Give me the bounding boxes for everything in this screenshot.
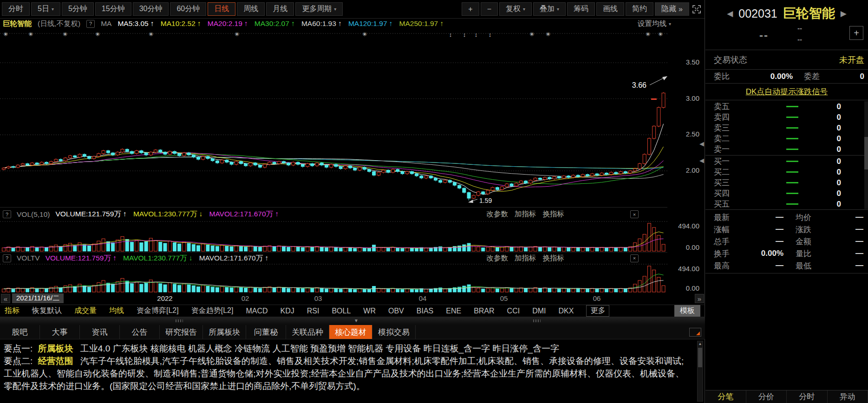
order-price-placeholder — [786, 203, 798, 205]
prev-stock-icon[interactable]: ◀ — [727, 9, 733, 19]
panel-control-换指标[interactable]: 换指标 — [543, 209, 565, 219]
period-button[interactable]: 5分钟 — [62, 2, 94, 16]
scroll-left-button[interactable]: « — [1, 294, 10, 303]
voltv-axis: 494.00 0.00 — [667, 264, 705, 293]
tool-button[interactable]: 隐藏» — [655, 2, 689, 16]
period-button[interactable]: 分时 — [2, 2, 30, 16]
scrollbar-thumb[interactable] — [864, 137, 868, 169]
tab-资讯[interactable]: 资讯 — [80, 325, 120, 339]
tool-label: 简约 — [632, 4, 647, 14]
period-button[interactable]: 30分钟 — [133, 2, 169, 16]
tool-button[interactable]: + — [462, 2, 479, 16]
tab-公告[interactable]: 公告 — [120, 325, 160, 339]
indicator-item[interactable]: 资金趋势[L2] — [191, 306, 234, 316]
indicator-item[interactable]: OBV — [388, 307, 404, 315]
period-button[interactable]: 周线 — [237, 2, 265, 16]
tab-大事[interactable]: 大事 — [40, 325, 80, 339]
content-scrollbar[interactable]: ▲ — [697, 341, 703, 402]
indicator-item[interactable]: ENE — [446, 307, 461, 315]
indicator-item[interactable]: DMI — [532, 307, 546, 315]
tab-关联品种[interactable]: 关联品种 — [286, 325, 329, 339]
scroll-right-button[interactable]: » — [695, 294, 704, 303]
period-label: 日线 — [214, 4, 229, 14]
indicator-item[interactable]: 资金博弈[L2] — [137, 306, 179, 316]
scroll-up-icon[interactable]: ▲ — [698, 342, 703, 346]
indicator-item[interactable]: BRAR — [474, 307, 494, 315]
start-date-label[interactable]: 2021/11/16/二 — [12, 293, 64, 303]
tab-研究报告[interactable]: 研究报告 — [160, 325, 203, 339]
panel-control-改参数[interactable]: 改参数 — [487, 254, 509, 263]
tab-问董秘[interactable]: 问董秘 — [246, 325, 286, 339]
period-button[interactable]: 日线 — [208, 2, 235, 16]
tab-所属板块[interactable]: 所属板块 — [203, 325, 246, 339]
order-book-row: 买一0 — [705, 156, 868, 167]
tab-核心题材[interactable]: 核心题材 — [329, 325, 372, 339]
period-button[interactable]: 60分钟 — [170, 2, 206, 16]
open-in-panel-icon[interactable] — [689, 328, 701, 337]
main-chart-svg[interactable]: ✳✳✳✳✳✳✳✳✳✳✳✳↕↕↕↕3.661.59 — [0, 29, 667, 207]
indicator-item[interactable]: RSI — [307, 307, 320, 315]
next-stock-icon[interactable]: ▶ — [841, 9, 847, 19]
svg-text:✳: ✳ — [235, 31, 239, 38]
footer-tab-分笔[interactable]: 分笔 — [705, 390, 746, 403]
panel-control-换指标[interactable]: 换指标 — [543, 254, 565, 263]
indicator-item[interactable]: BOLL — [332, 307, 351, 315]
price-tick: 3.50 — [686, 58, 699, 66]
ma-settings-button[interactable]: 设置均线▾ — [638, 19, 671, 29]
tool-button[interactable]: − — [481, 2, 498, 16]
tool-button[interactable]: 叠加▾ — [533, 2, 566, 16]
order-volume: 0 — [798, 157, 868, 166]
period-button[interactable]: 更多周期▾ — [295, 2, 343, 16]
indicator-item[interactable]: CCI — [507, 307, 520, 315]
indicator-item[interactable]: 恢复默认 — [32, 306, 62, 316]
indicator-item[interactable]: 更多 — [586, 305, 609, 317]
stat-value: — — [741, 261, 783, 270]
close-icon[interactable]: × — [630, 210, 639, 218]
indicator-item[interactable]: WR — [363, 307, 376, 315]
order-price-placeholder — [786, 127, 798, 129]
help-icon[interactable]: ? — [3, 254, 11, 262]
footer-tab-分时[interactable]: 分时 — [787, 390, 828, 403]
panel-control-加指标[interactable]: 加指标 — [515, 254, 536, 263]
dk-signal-link[interactable]: DK点自动提示涨跌信号 — [746, 86, 828, 97]
period-button[interactable]: 月线 — [266, 2, 294, 16]
tab-股吧[interactable]: 股吧 — [0, 325, 40, 339]
collapse-triangle-icon[interactable]: ▼ — [354, 318, 359, 323]
period-button[interactable]: 15分钟 — [95, 2, 131, 16]
add-to-watchlist-button[interactable]: + — [849, 26, 863, 40]
indicator-item[interactable]: DKX — [558, 307, 574, 315]
tool-button[interactable]: 简约 — [626, 2, 653, 16]
indicator-item[interactable]: 成交量 — [74, 306, 97, 316]
stat-label: 涨幅 — [714, 224, 741, 235]
ma-value: MA10:2.52 ↑ — [161, 20, 201, 28]
fullscreen-icon[interactable] — [691, 3, 703, 15]
panel-resize-handle[interactable]: ▼ — [0, 317, 705, 325]
collapse-panel-icon[interactable]: ◀ — [699, 140, 704, 147]
indicator-item[interactable]: 均线 — [109, 306, 124, 316]
close-icon[interactable]: × — [630, 254, 639, 262]
tool-button[interactable]: 筹码 — [567, 2, 595, 16]
panel-control-改参数[interactable]: 改参数 — [487, 209, 509, 219]
tab-模拟交易[interactable]: 模拟交易 — [372, 325, 416, 339]
help-icon[interactable]: ? — [86, 20, 95, 28]
chevron-down-icon: ▾ — [523, 6, 525, 12]
footer-tab-异动[interactable]: 异动 — [828, 390, 868, 403]
tool-button[interactable]: 复权▾ — [499, 2, 532, 16]
indicator-item[interactable]: BIAS — [417, 307, 433, 315]
voltv-chart-svg[interactable] — [0, 264, 667, 293]
vol-chart-svg[interactable] — [0, 221, 667, 252]
indicator-item[interactable]: 指标 — [5, 306, 20, 316]
collapse-panel-icon[interactable]: ◀ — [699, 157, 704, 164]
panel-control-加指标[interactable]: 加指标 — [515, 209, 536, 219]
indicator-item[interactable]: KDJ — [280, 307, 294, 315]
indicator-item[interactable]: MACD — [246, 307, 268, 315]
scrollbar-thumb[interactable] — [698, 348, 702, 367]
period-button[interactable]: 5日▾ — [31, 2, 60, 16]
vol-legend-item: MAVOL2:171.670万 ↑ — [199, 254, 269, 263]
footer-tab-分价[interactable]: 分价 — [746, 390, 787, 403]
help-icon[interactable]: ? — [3, 210, 11, 218]
last-price-placeholder: -- — [759, 29, 769, 42]
template-button[interactable]: 模板 — [674, 305, 700, 317]
tool-button[interactable]: 画线 — [596, 2, 624, 16]
orderbook-scrollbar[interactable] — [864, 101, 868, 209]
